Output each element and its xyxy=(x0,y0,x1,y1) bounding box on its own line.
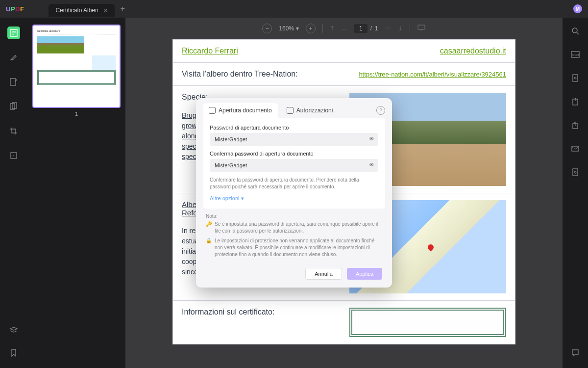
note-text: Le impostazioni di protezione non verran… xyxy=(215,237,382,258)
apply-button[interactable]: Applica xyxy=(347,268,382,280)
lock-doc-icon xyxy=(209,107,216,114)
tab-permissions[interactable]: Autorizzazioni xyxy=(281,103,339,118)
confirm-password-label: Conferma password di apertura documento xyxy=(210,151,378,157)
help-icon[interactable]: ? xyxy=(376,106,385,115)
permissions-icon xyxy=(287,107,294,114)
note-title: Nota: xyxy=(206,213,382,219)
lock-icon: 🔒 xyxy=(206,237,212,258)
chevron-down-icon: ▾ xyxy=(241,195,244,201)
key-icon: 🔑 xyxy=(206,221,212,235)
cancel-button[interactable]: Annulla xyxy=(305,268,342,280)
password-label: Password di apertura documento xyxy=(210,125,378,131)
dialog-notes: Nota: 🔑Se è impostata una password di ap… xyxy=(196,209,392,266)
dialog-tabs: Apertura documento Autorizzazioni ? xyxy=(196,98,392,118)
modal-overlay: Apertura documento Autorizzazioni ? Pass… xyxy=(0,0,588,368)
password-dialog: Apertura documento Autorizzazioni ? Pass… xyxy=(196,98,392,288)
eye-icon[interactable]: 👁 xyxy=(369,136,374,142)
confirm-help-text: Confermare la password di apertura docum… xyxy=(210,177,378,190)
dialog-actions: Annulla Applica xyxy=(196,266,392,288)
eye-icon[interactable]: 👁 xyxy=(369,162,374,168)
more-options-link[interactable]: Altre opzioni ▾ xyxy=(210,195,378,202)
password-input[interactable] xyxy=(210,133,378,146)
note-text: Se è impostata una password di apertura,… xyxy=(215,221,382,235)
confirm-password-input[interactable] xyxy=(210,159,378,172)
dialog-body: Password di apertura documento 👁 Conferm… xyxy=(203,118,385,209)
tab-open-document[interactable]: Apertura documento xyxy=(203,103,278,118)
